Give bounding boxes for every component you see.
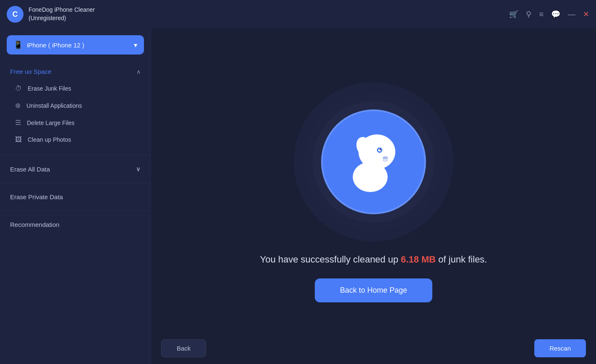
- sidebar-item-delete-large[interactable]: ☰ Delete Large Files: [0, 114, 151, 131]
- device-chevron-down-icon: ▾: [134, 41, 137, 49]
- delete-large-icon: ☰: [15, 119, 21, 127]
- recommendation-label: Recommendation: [10, 221, 60, 228]
- sidebar-item-uninstall-apps[interactable]: ⊗ Uninstall Applications: [0, 97, 151, 114]
- logo-letter: C: [13, 10, 18, 19]
- bottom-bar: Back Rescan: [151, 333, 596, 364]
- svg-point-7: [383, 156, 388, 159]
- sidebar: 📱 iPhone ( iPhone 12 ) ▾ Free uo Space ∧…: [0, 29, 151, 364]
- uninstall-apps-icon: ⊗: [15, 101, 21, 109]
- sidebar-item-delete-label: Delete Large Files: [27, 120, 75, 126]
- device-label: iPhone ( iPhone 12 ): [27, 42, 84, 49]
- sidebar-item-photos-label: Clean up Photos: [28, 136, 71, 143]
- device-selector-left: 📱 iPhone ( iPhone 12 ): [13, 40, 84, 49]
- sidebar-item-erase-junk[interactable]: ⏱ Erase Junk Files: [0, 80, 151, 97]
- back-button[interactable]: Back: [161, 339, 206, 357]
- divider-2: [0, 183, 151, 183]
- close-icon[interactable]: ✕: [583, 10, 589, 19]
- app-name: FoneDog iPhone Cleaner: [29, 6, 95, 14]
- free-up-space-chevron-icon: ∧: [136, 68, 141, 75]
- svg-rect-3: [365, 164, 379, 174]
- content-area: You have successfully cleaned up 6.18 MB…: [151, 29, 596, 364]
- titlebar-right: 🛒 ⚲ ≡ 💬 — ✕: [509, 10, 589, 19]
- svg-point-6: [379, 148, 381, 150]
- titlebar: C FoneDog iPhone Cleaner (Unregistered) …: [0, 0, 596, 29]
- device-phone-icon: 📱: [13, 40, 23, 49]
- divider-3: [0, 211, 151, 211]
- minimize-icon[interactable]: —: [568, 10, 575, 19]
- free-up-space-title: Free uo Space: [10, 68, 51, 75]
- main-layout: 📱 iPhone ( iPhone 12 ) ▾ Free uo Space ∧…: [0, 29, 596, 364]
- success-text-before: You have successfully cleaned up: [260, 254, 401, 265]
- sidebar-item-recommendation[interactable]: Recommendation: [0, 214, 151, 235]
- device-selector[interactable]: 📱 iPhone ( iPhone 12 ) ▾: [7, 35, 144, 55]
- sidebar-item-cleanup-photos[interactable]: 🖼 Clean up Photos: [0, 131, 151, 148]
- erase-private-label: Erase Private Data: [10, 193, 63, 200]
- success-amount: 6.18 MB: [401, 254, 436, 265]
- logo-circle: [321, 109, 426, 214]
- free-up-space-header[interactable]: Free uo Space ∧: [0, 63, 151, 80]
- logo-container: [294, 82, 453, 242]
- sidebar-item-erase-private[interactable]: Erase Private Data: [0, 187, 151, 207]
- sidebar-item-erase-all-data[interactable]: Erase All Data ∨: [0, 159, 151, 179]
- success-text-after: of junk files.: [436, 254, 487, 265]
- sidebar-item-uninstall-label: Uninstall Applications: [26, 102, 82, 109]
- app-subtitle: (Unregistered): [29, 14, 95, 23]
- sidebar-item-erase-junk-label: Erase Junk Files: [28, 85, 71, 92]
- divider-1: [0, 155, 151, 155]
- menu-icon[interactable]: ≡: [539, 10, 544, 19]
- success-message: You have successfully cleaned up 6.18 MB…: [260, 254, 487, 265]
- back-to-home-button[interactable]: Back to Home Page: [315, 278, 432, 302]
- cleanup-photos-icon: 🖼: [15, 136, 22, 143]
- free-up-space-section: Free uo Space ∧ ⏱ Erase Junk Files ⊗ Uni…: [0, 63, 151, 148]
- titlebar-left: C FoneDog iPhone Cleaner (Unregistered): [7, 6, 95, 23]
- dog-logo-svg: [340, 128, 407, 195]
- cart-icon[interactable]: 🛒: [509, 10, 518, 19]
- erase-all-chevron-down-icon: ∨: [136, 165, 141, 173]
- rescan-button[interactable]: Rescan: [534, 339, 586, 357]
- app-title: FoneDog iPhone Cleaner (Unregistered): [29, 6, 95, 22]
- account-icon[interactable]: ⚲: [526, 10, 531, 19]
- erase-all-data-label: Erase All Data: [10, 166, 50, 173]
- erase-junk-icon: ⏱: [15, 85, 22, 92]
- app-logo: C: [7, 6, 24, 23]
- chat-icon[interactable]: 💬: [551, 10, 560, 19]
